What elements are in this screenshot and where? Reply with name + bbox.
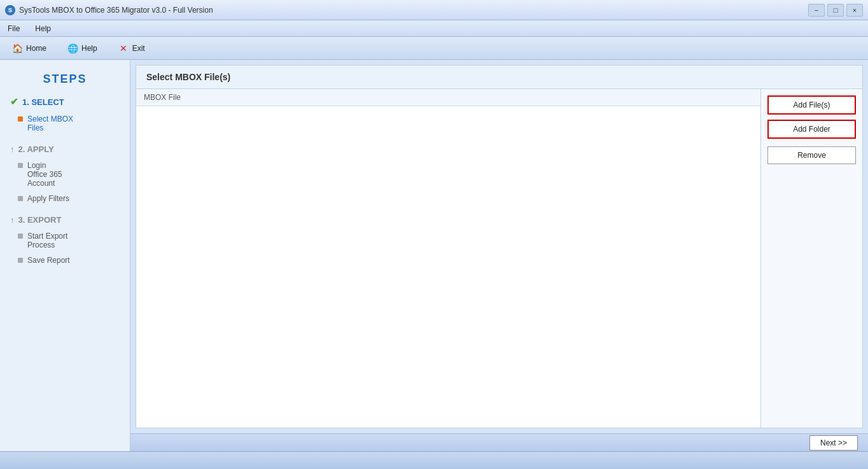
home-toolbar-btn[interactable]: 🏠 Home: [8, 41, 50, 56]
select-mbox-bullet: [18, 116, 23, 122]
select-mbox-label: Select MBOXFiles: [27, 115, 73, 132]
step2-section: ↑ 2. APPLY LoginOffice 365Account Apply …: [10, 144, 120, 205]
bottom-bar: Next >>: [130, 433, 868, 451]
close-button[interactable]: ×: [846, 4, 863, 17]
help-toolbar-btn[interactable]: 🌐 Help: [63, 41, 101, 56]
apply-filters-bullet: [18, 196, 23, 201]
login-office-label: LoginOffice 365Account: [27, 161, 62, 188]
file-list-area: MBOX File: [136, 89, 760, 428]
login-office-bullet: [18, 163, 23, 168]
title-bar: S SysTools MBOX to Office 365 Migrator v…: [0, 0, 868, 20]
login-office-item: LoginOffice 365Account: [13, 159, 120, 190]
file-list-header: MBOX File: [136, 89, 760, 106]
step1-check-icon: ✔: [10, 96, 18, 108]
app-icon: S: [5, 5, 15, 15]
step2-header: ↑ 2. APPLY: [10, 144, 120, 154]
content-header: Select MBOX File(s): [136, 66, 862, 89]
add-files-button[interactable]: Add File(s): [767, 95, 856, 115]
remove-button[interactable]: Remove: [767, 146, 856, 164]
save-report-item: Save Report: [13, 254, 120, 267]
add-folder-button[interactable]: Add Folder: [767, 120, 856, 139]
content-area: Select MBOX File(s) MBOX File Add File(s…: [136, 65, 863, 428]
step1-header: ✔ 1. SELECT: [10, 96, 120, 108]
apply-filters-label: Apply Filters: [27, 194, 69, 203]
apply-filters-item: Apply Filters: [13, 192, 120, 205]
step3-items: Start ExportProcess Save Report: [13, 230, 120, 267]
save-report-label: Save Report: [27, 256, 70, 265]
step1-section: ✔ 1. SELECT Select MBOXFiles: [10, 96, 120, 134]
start-export-item: Start ExportProcess: [13, 230, 120, 251]
exit-toolbar-btn[interactable]: ✕ Exit: [114, 41, 149, 56]
main-container: STEPS ✔ 1. SELECT Select MBOXFiles ↑ 2. …: [0, 60, 868, 451]
select-mbox-item[interactable]: Select MBOXFiles: [13, 113, 120, 134]
maximize-button[interactable]: □: [827, 4, 844, 17]
next-button[interactable]: Next >>: [809, 435, 858, 451]
step3-label: 3. EXPORT: [18, 215, 62, 225]
steps-title: STEPS: [10, 73, 120, 86]
step2-items: LoginOffice 365Account Apply Filters: [13, 159, 120, 205]
right-panel: Add File(s) Add Folder Remove: [760, 89, 862, 428]
status-bar: [0, 451, 868, 469]
start-export-bullet: [18, 234, 23, 239]
help-label: Help: [81, 44, 97, 53]
step3-arrow-icon: ↑: [10, 215, 15, 225]
menu-bar: File Help: [0, 20, 868, 37]
window-title: SysTools MBOX to Office 365 Migrator v3.…: [19, 6, 213, 15]
step2-arrow-icon: ↑: [10, 144, 15, 154]
home-icon: 🏠: [11, 43, 23, 54]
home-label: Home: [26, 44, 46, 53]
file-list-body: [136, 106, 760, 361]
step3-header: ↑ 3. EXPORT: [10, 215, 120, 225]
exit-label: Exit: [132, 44, 145, 53]
title-bar-left: S SysTools MBOX to Office 365 Migrator v…: [5, 5, 213, 15]
content-wrapper: Select MBOX File(s) MBOX File Add File(s…: [130, 60, 868, 451]
save-report-bullet: [18, 258, 23, 263]
step1-items: Select MBOXFiles: [13, 113, 120, 134]
help-menu[interactable]: Help: [32, 23, 53, 34]
exit-icon: ✕: [118, 43, 129, 54]
help-icon: 🌐: [67, 43, 78, 54]
window-controls: − □ ×: [808, 4, 863, 17]
sidebar: STEPS ✔ 1. SELECT Select MBOXFiles ↑ 2. …: [0, 60, 130, 451]
file-menu[interactable]: File: [5, 23, 22, 34]
step3-section: ↑ 3. EXPORT Start ExportProcess Save Rep…: [10, 215, 120, 267]
toolbar: 🏠 Home 🌐 Help ✕ Exit: [0, 37, 868, 60]
content-body: MBOX File Add File(s) Add Folder Remove: [136, 89, 862, 428]
step1-label: 1. SELECT: [22, 97, 64, 107]
start-export-label: Start ExportProcess: [27, 232, 67, 249]
minimize-button[interactable]: −: [808, 4, 825, 17]
step2-label: 2. APPLY: [18, 144, 54, 154]
main-and-bottom: Select MBOX File(s) MBOX File Add File(s…: [130, 60, 868, 451]
